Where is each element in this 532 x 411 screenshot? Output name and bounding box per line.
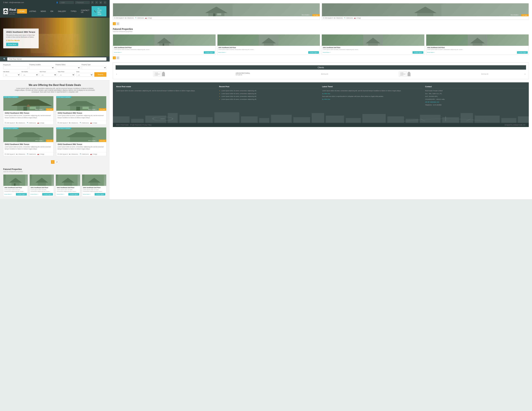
- right-featured-img-4: [426, 35, 529, 46]
- client-figure-1: [162, 72, 165, 76]
- property-tag-2: $ #0# House in southwest: [56, 96, 71, 98]
- client-logo-4: YOURCOMPANYLOGO: [399, 72, 410, 76]
- featured-subtitle-left: View list of featured properties: [3, 171, 106, 172]
- footer-contact-title: Contact: [425, 86, 526, 88]
- phone-button[interactable]: 📞 +1 (714) 685-2248: [92, 6, 106, 17]
- featured-contact-4[interactable]: Contact Agent: [95, 193, 105, 196]
- carousel-prev-featured[interactable]: 1: [113, 56, 116, 59]
- featured-section-left: Fatured Properties View list of featured…: [0, 165, 110, 199]
- svg-rect-69: [326, 116, 344, 123]
- footer-post-4: Lorem ipsum dolor sit amet, consectetur …: [221, 98, 320, 101]
- nav-news[interactable]: NEWS: [38, 9, 48, 14]
- svg-point-81: [160, 118, 165, 119]
- right-feat-btn-3[interactable]: Contact Agent: [413, 51, 423, 54]
- min-beds-select[interactable]: —: [3, 73, 20, 77]
- login-input[interactable]: [59, 1, 74, 4]
- rss-icon[interactable]: r: [104, 1, 106, 4]
- for-sale-badge-1: For Sale: [46, 108, 53, 111]
- nav-gallery[interactable]: GALLERY: [56, 9, 68, 14]
- right-feat-title-4: 1541 Southeast 2nd Floor: [427, 47, 528, 48]
- svg-rect-31: [64, 183, 72, 186]
- clients-prev-arrow[interactable]: ‹: [116, 72, 118, 76]
- property-card-3: $ #0# House in southwest More Details > …: [3, 127, 54, 156]
- featured-contact-2[interactable]: Contact Agent: [42, 193, 53, 196]
- client-logo-2: ARCHITECTURALSTUDIO: [236, 72, 250, 75]
- facebook-icon[interactable]: f: [91, 1, 94, 4]
- more-details-link-2[interactable]: More Details >: [88, 109, 96, 110]
- svg-rect-60: [168, 113, 178, 123]
- svg-rect-67: [294, 117, 310, 123]
- twitter-icon[interactable]: t: [95, 1, 98, 4]
- clients-next-arrow[interactable]: ›: [524, 72, 526, 76]
- logo-brand: Real: [9, 8, 17, 12]
- footer-email: info @ realestate.com: [425, 101, 526, 103]
- svg-rect-78: [501, 118, 516, 123]
- svg-rect-28: [38, 183, 46, 186]
- right-feat-link-3[interactable]: Know More >: [323, 52, 330, 53]
- more-details-link-4[interactable]: More Details >: [88, 140, 96, 141]
- max-price-select[interactable]: —: [58, 73, 75, 77]
- featured-know-more-1[interactable]: Know More >: [4, 194, 12, 195]
- featured-desc-2: Lorem ipsum dolor sit amet, consectetur …: [31, 189, 53, 192]
- page-btn-1[interactable]: 1: [51, 160, 55, 164]
- nav-listing[interactable]: LISTING: [27, 9, 38, 14]
- carousel-next-top[interactable]: 2: [116, 22, 119, 25]
- find-home-input[interactable]: [7, 57, 106, 61]
- clients-title: Clients: [116, 65, 526, 70]
- user-icon: 👤: [56, 2, 58, 3]
- featured-img-3: [56, 175, 80, 186]
- featured-contact-1[interactable]: Contact Agent: [16, 193, 27, 196]
- property-location-select[interactable]: [29, 66, 54, 70]
- nav-home[interactable]: HOME: [17, 9, 27, 14]
- right-feat-link-4[interactable]: Know More >: [427, 52, 435, 53]
- search-button[interactable]: Search: [94, 72, 106, 77]
- client-dummy-logo-2: dummy-xD: [481, 73, 488, 75]
- featured-know-more-4[interactable]: Know More >: [83, 194, 91, 195]
- svg-rect-42: [417, 13, 433, 16]
- hero-know-more-button[interactable]: Know More: [6, 43, 18, 46]
- property-status-select[interactable]: [56, 66, 80, 70]
- pinterest-icon[interactable]: p: [99, 1, 102, 4]
- header: Real Your search end here HOME LISTING N…: [0, 5, 110, 18]
- area-select[interactable]: —: [76, 73, 93, 77]
- more-details-link-3[interactable]: More Details >: [35, 140, 44, 141]
- footer-post-1: Lorem ipsum dolor sit amet, consectetur …: [221, 90, 320, 92]
- property-id-input[interactable]: [3, 66, 28, 69]
- hero-section: 15421 Southwest 39th Terace The point of…: [0, 18, 110, 56]
- right-more-details-2[interactable]: More Details >: [511, 14, 519, 16]
- more-details-link-1[interactable]: More Details >: [35, 109, 44, 110]
- right-specs-1: ⊡2000 Square ft 🛏3 Bedrooms 🚿2 Bathrooms…: [113, 16, 320, 19]
- right-feat-btn-4[interactable]: Contact Agent: [517, 51, 528, 54]
- right-feat-link-1[interactable]: Know More >: [114, 52, 122, 53]
- page-btn-2[interactable]: 2: [55, 160, 59, 164]
- min-price-select[interactable]: —: [40, 73, 57, 77]
- svg-rect-25: [14, 183, 16, 186]
- password-input[interactable]: [75, 1, 90, 4]
- nav-types[interactable]: TYPES: [68, 9, 79, 14]
- right-more-details-1[interactable]: More Details >: [302, 14, 310, 16]
- featured-know-more-2[interactable]: Know More >: [31, 194, 38, 195]
- spec-baths-2: 🚿2 Bathrooms: [79, 122, 89, 124]
- featured-desc-4: Lorem ipsum dolor sit amet, consectetur …: [83, 189, 105, 192]
- property-title-2: 15412 Southwest 39th Terace: [57, 112, 105, 114]
- area-label: Area: [76, 71, 93, 73]
- featured-contact-3[interactable]: Contact Agent: [68, 193, 79, 196]
- min-baths-select[interactable]: —: [21, 73, 38, 77]
- featured-know-more-3[interactable]: Know More >: [57, 194, 64, 195]
- featured-card-4: 1541 Southeast 2nd Floor Lorem ipsum dol…: [82, 174, 106, 197]
- property-image-1: $ #0# House in southwest More Details > …: [3, 96, 53, 111]
- carousel-prev-top[interactable]: 1: [113, 22, 116, 25]
- nav-idk[interactable]: IDK: [48, 9, 56, 14]
- footer-phone: Telephone : 0172-463880: [425, 104, 526, 106]
- property-type-select[interactable]: [82, 66, 106, 70]
- right-feat-link-2[interactable]: Know More >: [218, 52, 226, 53]
- find-home-bar: 🔍: [0, 56, 110, 62]
- svg-rect-38: [213, 13, 216, 16]
- nav-contact[interactable]: CONTACT US: [79, 8, 92, 15]
- right-card-2: For Sale More Details > ⊡2000 Square ft …: [322, 3, 529, 20]
- carousel-next-featured[interactable]: 2: [116, 56, 119, 59]
- right-feat-btn-1[interactable]: Contact Agent: [204, 51, 214, 54]
- right-feat-btn-2[interactable]: Contact Agent: [308, 51, 319, 54]
- svg-rect-8: [30, 107, 36, 109]
- right-card-img-2: For Sale More Details >: [322, 3, 529, 16]
